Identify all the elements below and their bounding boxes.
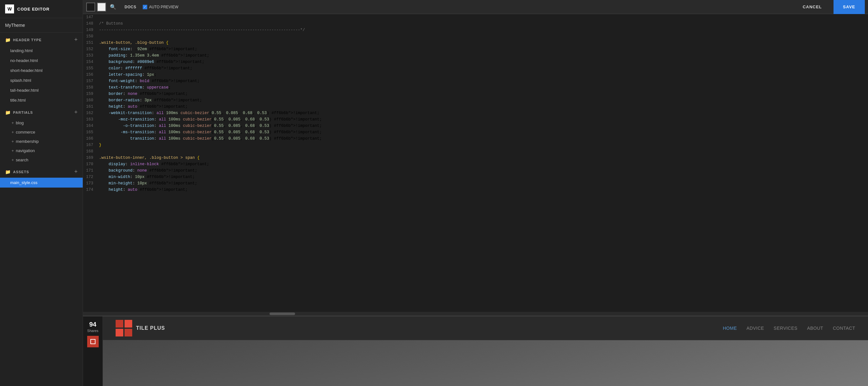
code-line: 162 -webkit-transition: all 100ms cubic-… [83, 110, 868, 116]
preview-hero [103, 340, 868, 386]
code-line: 166 transition: all 100ms cubic-bezier(0… [83, 136, 868, 142]
code-line: 147 [83, 14, 868, 21]
code-line: 148/* Buttons [83, 21, 868, 27]
nav-link-advice[interactable]: ADVICE [746, 326, 764, 331]
code-line: 172 min-width: 10px #ff6b6b">!important; [83, 174, 868, 180]
header-type-title: HEADER TYPE [13, 38, 41, 42]
sidebar-item-tall-header[interactable]: tall-header.html [0, 85, 83, 95]
sidebar-item-search[interactable]: + search [0, 155, 83, 165]
code-line: 171 background: none #ff6b6b">!important… [83, 168, 868, 174]
code-line: 161 height: auto #ff6b6b">!important; [83, 103, 868, 110]
plus-icon-search: + [11, 157, 14, 162]
sidebar-item-landing[interactable]: landing.html [0, 46, 83, 56]
plus-icon-commerce: + [11, 130, 14, 135]
code-line: 151.wsite-button, .blog-button { [83, 40, 868, 46]
code-line: 173 min-height: 10px #ff6b6b">!important… [83, 180, 868, 187]
black-color-swatch[interactable] [86, 3, 95, 11]
sidebar-item-blog[interactable]: + blog [0, 118, 83, 127]
nav-link-about[interactable]: ABOUT [807, 326, 823, 331]
code-line: 159 border: none #ff6b6b">!important; [83, 91, 868, 97]
share-icon-inner [90, 339, 95, 344]
plus-icon-membership: + [11, 139, 14, 144]
sidebar-item-no-header[interactable]: no-header.html [0, 56, 83, 65]
code-line: 152 font-size: .92em #ff6b6b">!important… [83, 46, 868, 52]
code-editor[interactable]: 147 148/* Buttons149--------------------… [83, 14, 868, 312]
code-line: 174 height: auto #ff6b6b">!important; [83, 187, 868, 193]
header-type-section[interactable]: 📁 HEADER TYPE + [0, 33, 83, 46]
add-asset-button[interactable]: + [74, 169, 78, 175]
preview-nav-links: HOME ADVICE SERVICES ABOUT CONTACT [723, 326, 855, 331]
search-icon[interactable]: 🔍 [108, 2, 118, 12]
code-line: 155 color: #ffffff #ff6b6b">!important; [83, 65, 868, 71]
save-button[interactable]: SAVE [834, 0, 865, 14]
theme-name: MyTheme [0, 18, 83, 33]
code-line: 153 padding: 1.35em 3.4em #ff6b6b">!impo… [83, 52, 868, 59]
assets-section[interactable]: 📁 ASSETS + [0, 165, 83, 178]
nav-link-home[interactable]: HOME [723, 326, 737, 331]
sidebar-item-main-style[interactable]: main_style.css [0, 178, 83, 187]
partials-section[interactable]: 📁 PARTIALS + [0, 105, 83, 118]
preview-area: 94 Shares [83, 316, 868, 386]
auto-preview-checkbox[interactable]: ✓ [143, 5, 147, 9]
website-preview: Tile Plus HOME ADVICE SERVICES ABOUT CON… [103, 316, 868, 386]
preview-nav: Tile Plus HOME ADVICE SERVICES ABOUT CON… [103, 316, 868, 340]
svg-rect-2 [116, 329, 123, 336]
sidebar-item-short-header[interactable]: short-header.html [0, 65, 83, 76]
assets-title: ASSETS [13, 170, 29, 174]
folder-icon: 📁 [5, 37, 10, 42]
code-line: 149-------------------------------------… [83, 27, 868, 33]
sidebar-header: W CODE EDITOR [0, 0, 83, 18]
sidebar-item-title[interactable]: title.html [0, 95, 83, 105]
logo-text: Tile Plus [136, 325, 165, 331]
add-partial-button[interactable]: + [74, 109, 78, 116]
docs-button[interactable]: DOCS [120, 3, 141, 11]
auto-preview-label: AUTO PREVIEW [149, 5, 179, 9]
code-line: 150 [83, 33, 868, 40]
share-label: Shares [87, 329, 98, 333]
code-line: 158 text-transform: uppercase; [83, 84, 868, 91]
svg-rect-3 [125, 329, 132, 336]
scrollbar-thumb[interactable] [270, 313, 295, 315]
code-line: 163 -moz-transition: all 100ms cubic-bez… [83, 116, 868, 123]
code-line: 169.wsite-button-inner, .blog-button > s… [83, 155, 868, 161]
sidebar-item-commerce[interactable]: + commerce [0, 127, 83, 137]
logo-tiles [116, 320, 132, 336]
folder-icon-partials: 📁 [5, 110, 10, 115]
partials-title: PARTIALS [13, 111, 33, 114]
nav-link-contact[interactable]: CONTACT [833, 326, 855, 331]
code-scrollbar[interactable] [83, 312, 868, 316]
sidebar-item-membership[interactable]: + membership [0, 137, 83, 146]
code-line: 168 [83, 148, 868, 155]
share-widget: 94 Shares [83, 316, 103, 386]
toolbar: 🔍 DOCS ✓ AUTO PREVIEW CANCEL SAVE [83, 0, 868, 14]
svg-rect-0 [116, 320, 123, 328]
add-header-type-button[interactable]: + [74, 36, 78, 43]
code-line: 154 background: #0089e6 #ff6b6b">!import… [83, 59, 868, 65]
folder-icon-assets: 📁 [5, 169, 10, 175]
code-line: 170 display: inline-block #ff6b6b">!impo… [83, 161, 868, 168]
nav-link-services[interactable]: SERVICES [774, 326, 798, 331]
code-line: 160 border-radius: 3px #ff6b6b">!importa… [83, 97, 868, 103]
preview-logo: Tile Plus [116, 320, 165, 336]
sidebar-item-navigation[interactable]: + navigation [0, 146, 83, 155]
white-color-swatch[interactable] [97, 3, 106, 11]
app-title: CODE EDITOR [17, 7, 50, 11]
code-line: 164 -o-transition: all 100ms cubic-bezie… [83, 123, 868, 129]
code-line: 156 letter-spacing: 1px; [83, 71, 868, 78]
w-logo-icon: W [5, 4, 14, 13]
sidebar-item-splash[interactable]: splash.html [0, 76, 83, 85]
auto-preview-toggle[interactable]: ✓ AUTO PREVIEW [143, 5, 179, 9]
share-count: 94 [89, 321, 96, 328]
code-line: 157 font-weight: bold #ff6b6b">!importan… [83, 78, 868, 84]
share-icon[interactable] [87, 336, 99, 347]
plus-icon-navigation: + [11, 148, 14, 153]
code-line: 167} [83, 142, 868, 148]
plus-icon-blog: + [11, 120, 14, 125]
cancel-button[interactable]: CANCEL [793, 0, 831, 14]
svg-rect-1 [125, 320, 132, 328]
code-line: 165 -ms-transition: all 100ms cubic-bezi… [83, 129, 868, 136]
